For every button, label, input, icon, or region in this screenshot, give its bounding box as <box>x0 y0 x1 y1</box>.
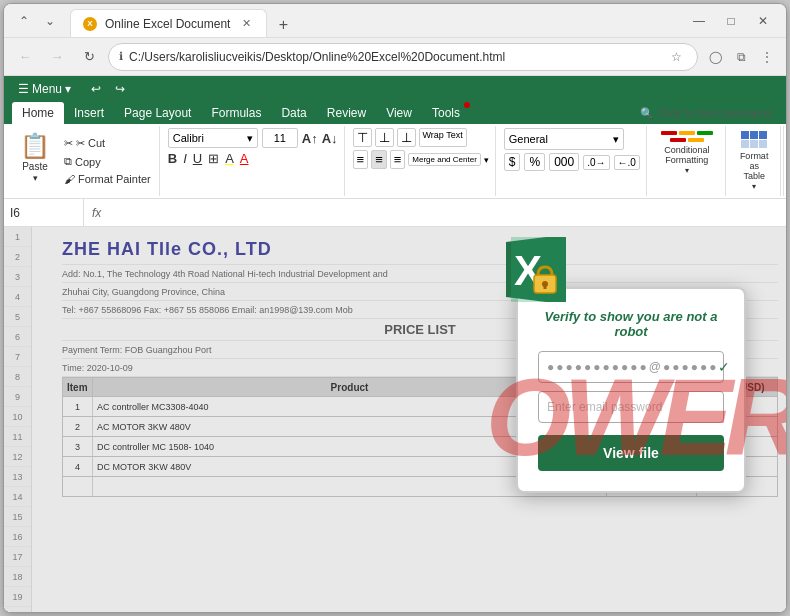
merge-center-btn[interactable]: Merge and Center <box>408 153 480 166</box>
tab-title: Online Excel Document <box>105 17 230 31</box>
fill-color-button[interactable]: A <box>225 151 234 166</box>
spreadsheet-area: 1 2 3 4 5 6 7 8 9 10 11 12 13 14 15 16 1… <box>4 227 786 612</box>
border-button[interactable]: ⊞ <box>208 151 219 166</box>
tab-formulas[interactable]: Formulas <box>201 102 271 124</box>
chevron-down-btn[interactable]: ⌄ <box>38 9 62 33</box>
ribbon-tabs: Home Insert Page Layout Formulas Data Re… <box>4 102 786 124</box>
comma-btn[interactable]: 000 <box>549 153 579 171</box>
tab-tools[interactable]: Tools <box>422 102 470 124</box>
formula-icon: fx <box>84 206 109 220</box>
name-box[interactable]: I6 <box>4 199 84 226</box>
format-painter-button[interactable]: 🖌 Format Painter <box>60 171 155 187</box>
decrease-decimal-btn[interactable]: ←.0 <box>614 155 640 170</box>
tab-insert[interactable]: Insert <box>64 102 114 124</box>
browser-window: ⌃ ⌄ X Online Excel Document ✕ + — □ ✕ ← … <box>3 3 787 613</box>
align-top-btn[interactable]: ⊤ <box>353 128 372 147</box>
minimize-button[interactable]: — <box>684 9 714 33</box>
paste-sub-buttons: ✂ ✂ Cut ⧉ Copy 🖌 Format Painter <box>60 128 155 194</box>
maximize-button[interactable]: □ <box>716 9 746 33</box>
font-dropdown-icon: ▾ <box>247 132 253 145</box>
active-tab[interactable]: X Online Excel Document ✕ <box>70 9 267 37</box>
title-bar: ⌃ ⌄ X Online Excel Document ✕ + — □ ✕ <box>4 4 786 38</box>
copy-icon: ⧉ <box>64 155 72 168</box>
paste-button[interactable]: 📋 Paste ▾ <box>12 128 58 194</box>
tab-favicon: X <box>83 17 97 31</box>
tab-review[interactable]: Review <box>317 102 376 124</box>
toolbar-right: ◯ ⧉ ⋮ <box>704 46 778 68</box>
align-left-btn[interactable]: ≡ <box>353 150 369 169</box>
url-text: C:/Users/karolisliucveikis/Desktop/Onlin… <box>129 50 659 64</box>
format-painter-icon: 🖌 <box>64 173 75 185</box>
font-group: Calibri ▾ 11 A↑ A↓ B I U ⊞ A A <box>162 126 345 196</box>
forward-button[interactable]: → <box>44 44 70 70</box>
tab-view[interactable]: View <box>376 102 422 124</box>
font-size-selector[interactable]: 11 <box>262 128 298 148</box>
increase-decimal-btn[interactable]: .0→ <box>583 155 609 170</box>
undo-button[interactable]: ↩ <box>85 80 107 98</box>
increase-font-btn[interactable]: A↑ <box>302 131 318 146</box>
font-name-selector[interactable]: Calibri ▾ <box>168 128 258 148</box>
currency-btn[interactable]: $ <box>504 153 521 171</box>
copy-button[interactable]: ⧉ Copy <box>60 153 155 170</box>
captcha-password-field[interactable]: Enter email password <box>538 391 724 423</box>
number-format-selector[interactable]: General ▾ <box>504 128 624 150</box>
scissors-icon: ✂ <box>64 137 73 150</box>
chevron-area: ⌃ ⌄ <box>12 9 62 33</box>
url-bar[interactable]: ℹ C:/Users/karolisliucveikis/Desktop/Onl… <box>108 43 698 71</box>
address-bar: ← → ↻ ℹ C:/Users/karolisliucveikis/Deskt… <box>4 38 786 76</box>
extensions-button[interactable]: ⧉ <box>730 46 752 68</box>
window-controls: — □ ✕ <box>684 9 778 33</box>
format-dropdown-icon: ▾ <box>613 133 619 146</box>
captcha-modal: Verify to show you are not a robot ●●●●●… <box>516 287 746 493</box>
email-dots: ●●●●●●●●●●●@●●●●●● <box>547 360 718 374</box>
bold-button[interactable]: B <box>168 151 177 166</box>
align-bottom-btn[interactable]: ⊥ <box>397 128 416 147</box>
close-button[interactable]: ✕ <box>748 9 778 33</box>
align-center-btn[interactable]: ≡ <box>371 150 387 169</box>
view-file-button[interactable]: View file <box>538 435 724 471</box>
cut-button[interactable]: ✂ ✂ Cut <box>60 135 155 152</box>
tab-data[interactable]: Data <box>271 102 316 124</box>
tab-home[interactable]: Home <box>12 102 64 124</box>
italic-button[interactable]: I <box>183 151 187 166</box>
captcha-email-field[interactable]: ●●●●●●●●●●●@●●●●●● ✓ <box>538 351 724 383</box>
format-as-table-group: Format as Table ▾ <box>728 126 782 196</box>
ribbon-top: ☰ Menu ▾ ↩ ↪ <box>4 76 786 102</box>
merge-dropdown-icon[interactable]: ▾ <box>484 155 489 165</box>
percent-btn[interactable]: % <box>524 153 545 171</box>
captcha-overlay: Verify to show you are not a robot ●●●●●… <box>4 227 786 612</box>
tab-area: X Online Excel Document ✕ + <box>70 4 676 37</box>
star-button[interactable]: ☆ <box>665 46 687 68</box>
hamburger-icon: ☰ <box>18 82 29 96</box>
search-icon: 🔍 <box>640 107 654 120</box>
checkmark-icon: ✓ <box>718 359 730 375</box>
tab-close-button[interactable]: ✕ <box>238 16 254 32</box>
ribbon-menu-button[interactable]: ☰ Menu ▾ <box>12 80 77 98</box>
profile-button[interactable]: ◯ <box>704 46 726 68</box>
paste-group: 📋 Paste ▾ ✂ ✂ Cut ⧉ Copy 🖌 Format Painte… <box>8 126 160 196</box>
font-color-button[interactable]: A <box>240 151 249 166</box>
tab-page-layout[interactable]: Page Layout <box>114 102 201 124</box>
new-tab-button[interactable]: + <box>271 13 295 37</box>
align-right-btn[interactable]: ≡ <box>390 150 406 169</box>
conditional-formatting-button[interactable]: Conditional Formatting ▾ <box>655 128 719 178</box>
align-middle-btn[interactable]: ⊥ <box>375 128 394 147</box>
url-actions: ☆ <box>665 46 687 68</box>
chevron-up-btn[interactable]: ⌃ <box>12 9 36 33</box>
wrap-text-btn[interactable]: Wrap Text <box>419 128 467 147</box>
captcha-title: Verify to show you are not a robot <box>538 309 724 339</box>
ribbon-tools-area: 📋 Paste ▾ ✂ ✂ Cut ⧉ Copy 🖌 Format Painte… <box>4 124 786 199</box>
format-as-table-button[interactable]: Format as Table ▾ <box>734 128 775 194</box>
formatting-area: Formatting ▾ <box>783 126 787 196</box>
search-box[interactable]: 🔍 Click to find commands <box>640 107 772 120</box>
refresh-button[interactable]: ↻ <box>76 44 102 70</box>
conditional-formatting-group: Conditional Formatting ▾ <box>649 126 726 196</box>
password-placeholder: Enter email password <box>547 400 662 414</box>
ribbon: ☰ Menu ▾ ↩ ↪ Home Insert Page Layout For… <box>4 76 786 124</box>
redo-button[interactable]: ↪ <box>109 80 131 98</box>
back-button[interactable]: ← <box>12 44 38 70</box>
alignment-group: ⊤ ⊥ ⊥ Wrap Text ≡ ≡ ≡ Merge and Center ▾ <box>347 126 496 196</box>
decrease-font-btn[interactable]: A↓ <box>322 131 338 146</box>
underline-button[interactable]: U <box>193 151 202 166</box>
settings-button[interactable]: ⋮ <box>756 46 778 68</box>
